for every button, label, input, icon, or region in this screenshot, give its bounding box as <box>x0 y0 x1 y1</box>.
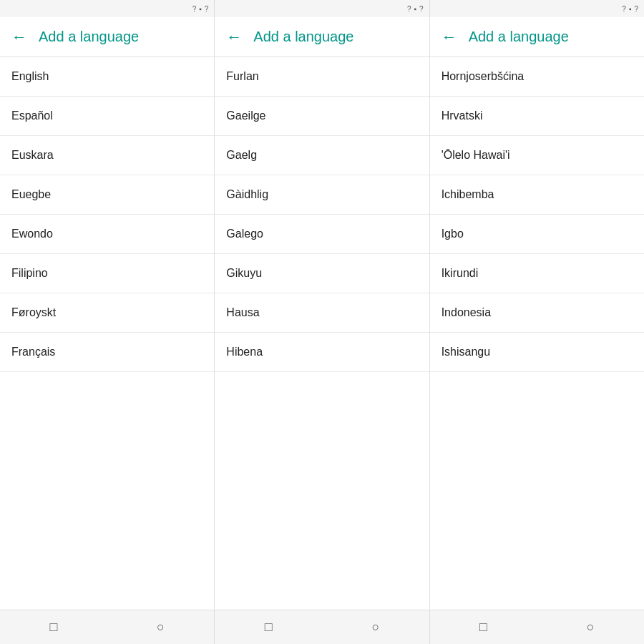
panel-1-language-list: EnglishEspañolEuskaraEuegbeEwondoFilipin… <box>0 57 214 610</box>
status-icon-9: ? <box>634 5 638 13</box>
status-bar-2: ? ▪ ? <box>215 0 429 17</box>
list-item[interactable]: Ishisangu <box>430 333 644 372</box>
circle-nav-button-2[interactable] <box>371 620 379 635</box>
panel-2-title: Add a language <box>253 29 353 45</box>
panel-2-back-button[interactable]: ← <box>226 29 242 45</box>
square-nav-button-3[interactable] <box>479 620 487 635</box>
list-item[interactable]: Igbo <box>430 215 644 254</box>
panel-3-language-list: HornjoserbšćinaHrvatski'Ōlelo Hawai'iIch… <box>430 57 644 610</box>
list-item[interactable]: Gikuyu <box>215 254 429 293</box>
circle-nav-button-1[interactable] <box>157 620 165 635</box>
status-bar-1: ? ▪ ? <box>0 0 215 17</box>
status-icon-8: ▪ <box>629 5 632 13</box>
panel-1: ← Add a language EnglishEspañolEuskaraEu… <box>0 17 215 610</box>
panel-1-header: ← Add a language <box>0 17 214 57</box>
status-icon-7: ? <box>622 5 626 13</box>
status-icon-5: ▪ <box>414 5 417 13</box>
panel-2: ← Add a language FurlanGaeilgeGaelgGàidh… <box>215 17 429 610</box>
bottom-nav-3 <box>430 610 644 644</box>
list-item[interactable]: Galego <box>215 215 429 254</box>
list-item[interactable]: Indonesia <box>430 293 644 333</box>
list-item[interactable]: Filipino <box>0 254 214 293</box>
status-icon-1: ? <box>192 5 197 13</box>
list-item[interactable]: Hibena <box>215 333 429 372</box>
list-item[interactable]: Gàidhlig <box>215 175 429 215</box>
panel-3-header: ← Add a language <box>430 17 644 57</box>
list-item[interactable]: Gaelg <box>215 136 429 175</box>
status-bar-3: ? ▪ ? <box>430 0 644 17</box>
panels-container: ← Add a language EnglishEspañolEuskaraEu… <box>0 17 644 610</box>
list-item[interactable]: Furlan <box>215 57 429 97</box>
status-bar-row: ? ▪ ? ? ▪ ? ? ▪ ? <box>0 0 644 17</box>
panel-3-back-button[interactable]: ← <box>441 29 457 45</box>
bottom-nav-row <box>0 610 644 644</box>
status-icon-2: ▪ <box>199 5 202 13</box>
list-item[interactable]: Euegbe <box>0 175 214 215</box>
list-item[interactable]: Ikirundi <box>430 254 644 293</box>
bottom-nav-1 <box>0 610 215 644</box>
list-item[interactable]: Euskara <box>0 136 214 175</box>
square-nav-button-2[interactable] <box>265 620 273 635</box>
panel-1-back-button[interactable]: ← <box>11 29 27 45</box>
list-item[interactable]: Ichibemba <box>430 175 644 215</box>
list-item[interactable]: Français <box>0 333 214 372</box>
list-item[interactable]: 'Ōlelo Hawai'i <box>430 136 644 175</box>
panel-2-header: ← Add a language <box>215 17 429 57</box>
list-item[interactable]: Español <box>0 97 214 136</box>
status-icon-3: ? <box>205 5 209 13</box>
list-item[interactable]: Hausa <box>215 293 429 333</box>
list-item[interactable]: English <box>0 57 214 97</box>
panel-2-language-list: FurlanGaeilgeGaelgGàidhligGalegoGikuyuHa… <box>215 57 429 610</box>
panel-3-title: Add a language <box>469 29 569 45</box>
list-item[interactable]: Ewondo <box>0 215 214 254</box>
circle-nav-button-3[interactable] <box>587 620 595 635</box>
list-item[interactable]: Gaeilge <box>215 97 429 136</box>
list-item[interactable]: Hrvatski <box>430 97 644 136</box>
list-item[interactable]: Hornjoserbšćina <box>430 57 644 97</box>
status-icon-4: ? <box>407 5 411 13</box>
panel-3: ← Add a language HornjoserbšćinaHrvatski… <box>430 17 644 610</box>
list-item[interactable]: Føroyskt <box>0 293 214 333</box>
status-icon-6: ? <box>419 5 424 13</box>
panel-1-title: Add a language <box>39 29 139 45</box>
bottom-nav-2 <box>215 610 429 644</box>
square-nav-button-1[interactable] <box>49 620 57 635</box>
